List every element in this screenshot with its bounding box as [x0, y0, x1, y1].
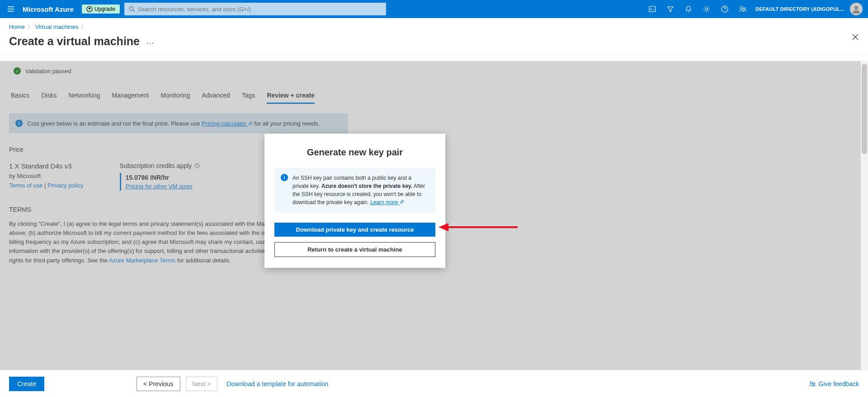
upgrade-label: Upgrade	[94, 6, 115, 12]
svg-point-4	[129, 7, 133, 11]
svg-point-10	[744, 8, 745, 9]
chevron-right-icon: 〉	[81, 23, 86, 30]
avatar[interactable]	[850, 3, 863, 15]
breadcrumb: Home 〉 Virtual machines 〉	[9, 23, 859, 30]
cloud-shell-icon[interactable]	[643, 0, 661, 18]
top-bar: Microsoft Azure Upgrade DEFAULT DIRECTOR…	[0, 0, 868, 18]
filter-icon[interactable]	[661, 0, 679, 18]
search-box[interactable]	[124, 3, 386, 15]
svg-rect-6	[649, 6, 656, 12]
top-icons	[643, 0, 752, 18]
settings-icon[interactable]	[698, 0, 716, 18]
search-input[interactable]	[135, 6, 381, 13]
search-icon	[129, 6, 135, 12]
more-icon[interactable]: …	[146, 37, 154, 46]
notifications-icon[interactable]	[679, 0, 698, 18]
breadcrumb-vm[interactable]: Virtual machines	[35, 23, 79, 30]
hamburger-icon[interactable]	[0, 5, 22, 13]
svg-point-11	[854, 6, 858, 9]
brand-label[interactable]: Microsoft Azure	[22, 5, 82, 13]
upgrade-button[interactable]: Upgrade	[82, 5, 120, 14]
directory-label[interactable]: DEFAULT DIRECTORY (ADIGOPUL...	[752, 6, 848, 12]
svg-point-9	[740, 6, 743, 9]
svg-point-7	[706, 8, 708, 10]
page-title: Create a virtual machine	[9, 35, 140, 48]
feedback-icon[interactable]	[734, 0, 752, 18]
svg-line-5	[133, 10, 134, 11]
help-icon[interactable]	[716, 0, 734, 18]
close-icon[interactable]	[852, 33, 859, 42]
breadcrumb-home[interactable]: Home	[9, 23, 25, 30]
chevron-right-icon: 〉	[28, 23, 33, 30]
page-header: Home 〉 Virtual machines 〉 Create a virtu…	[0, 18, 868, 55]
